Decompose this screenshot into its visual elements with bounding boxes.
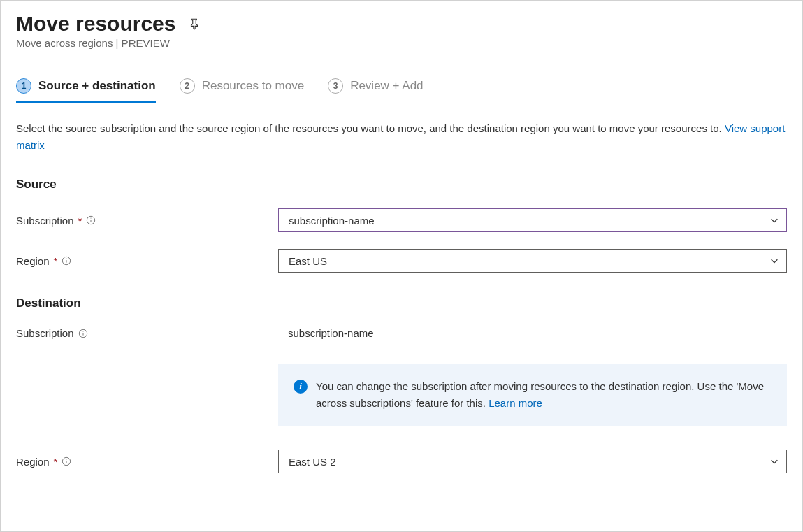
tab-resources-to-move[interactable]: 2 Resources to move [180,78,304,101]
svg-point-2 [91,217,92,218]
tab-source-destination[interactable]: 1 Source + destination [16,78,156,101]
tab-label: Source + destination [38,79,156,93]
svg-point-11 [66,459,67,459]
description-text: Select the source subscription and the s… [16,120,787,154]
svg-point-5 [66,258,67,259]
page-title: Move resources [16,12,175,36]
info-circle-icon: i [294,380,308,394]
required-indicator: * [78,215,82,227]
destination-subscription-value: subscription-name [278,327,787,339]
label-text: Region [16,456,50,468]
chevron-down-icon [769,456,779,466]
chevron-down-icon [769,215,779,225]
tab-label: Resources to move [202,79,304,93]
info-icon[interactable] [86,215,96,225]
subscription-info-banner: i You can change the subscription after … [278,364,787,426]
destination-subscription-label-col: Subscription [16,327,278,339]
step-number: 3 [328,78,343,94]
select-value: East US 2 [289,456,336,468]
source-subscription-select[interactable]: subscription-name [278,208,787,232]
required-indicator: * [54,255,58,267]
learn-more-link[interactable]: Learn more [489,397,542,409]
info-icon[interactable] [62,256,71,266]
source-region-row: Region * East US [16,249,787,273]
banner-text-wrap: You can change the subscription after mo… [316,378,772,412]
info-icon[interactable] [62,456,71,466]
required-indicator: * [54,456,58,468]
info-icon[interactable] [78,329,88,338]
source-region-label-col: Region * [16,255,278,267]
destination-region-select[interactable]: East US 2 [278,450,787,473]
label-text: Region [16,255,50,267]
pin-icon[interactable] [188,17,201,30]
source-heading: Source [16,178,787,192]
step-number: 2 [180,78,195,94]
destination-heading: Destination [16,296,787,310]
destination-subscription-row: Subscription subscription-name [16,327,787,339]
label-text: Subscription [16,215,74,227]
destination-region-row: Region * East US 2 [16,450,787,473]
chevron-down-icon [769,256,779,266]
select-value: East US [289,255,327,267]
page-header: Move resources [16,12,787,36]
wizard-tabs: 1 Source + destination 2 Resources to mo… [16,78,787,101]
tab-label: Review + Add [350,79,423,93]
description-body: Select the source subscription and the s… [16,122,725,134]
select-value: subscription-name [289,215,375,227]
source-subscription-label-col: Subscription * [16,215,278,227]
svg-point-8 [82,331,83,331]
step-number: 1 [16,78,31,94]
label-text: Subscription [16,327,74,339]
tab-review-add[interactable]: 3 Review + Add [328,78,423,101]
source-region-select[interactable]: East US [278,249,787,273]
page-subtitle: Move across regions | PREVIEW [16,37,787,49]
destination-region-label-col: Region * [16,456,278,468]
source-subscription-row: Subscription * subscription-name [16,208,787,232]
